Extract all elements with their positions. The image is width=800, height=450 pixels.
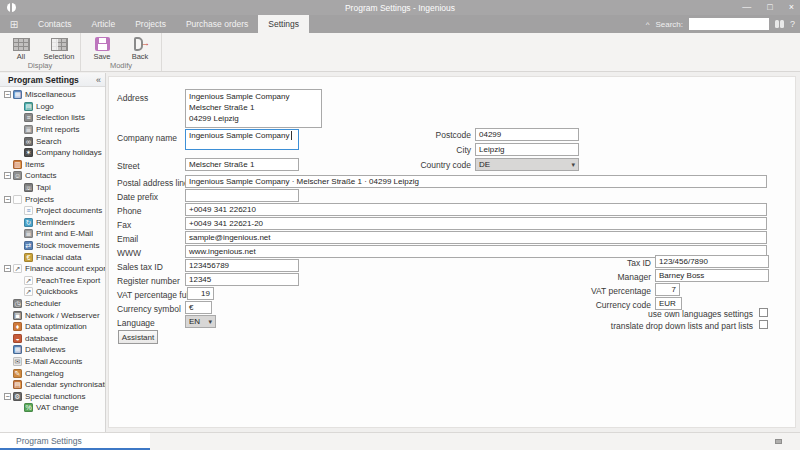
expander-icon[interactable]: − xyxy=(4,91,11,98)
expander-icon[interactable]: − xyxy=(4,265,11,272)
tree-item-changelog[interactable]: ✎Changelog xyxy=(0,367,105,379)
fax-label: Fax xyxy=(117,220,131,230)
binoculars-icon[interactable] xyxy=(775,20,784,28)
ribbon: All Selection Display Save → Back Modify xyxy=(0,33,800,72)
selection-button[interactable]: Selection xyxy=(43,35,75,61)
all-button[interactable]: All xyxy=(5,35,37,61)
stock-movements-icon: ⇄ xyxy=(24,241,33,250)
address-input[interactable]: Ingenious Sample Company Melscher Straße… xyxy=(185,89,322,128)
tree-item-tapi[interactable]: ☏Tapi xyxy=(0,182,105,194)
currency-symbol-input[interactable]: € xyxy=(185,301,212,314)
tree-item-calendar-synchronisation[interactable]: ▤Calendar synchronisation xyxy=(0,379,105,391)
tree-item-finance-account-export[interactable]: −↗Finance account export xyxy=(0,263,105,275)
selection-lists-icon: ≡ xyxy=(24,113,33,122)
tree-item-database[interactable]: ◒database xyxy=(0,332,105,344)
tree-item-peachtree-export[interactable]: ↗PeachTree Export xyxy=(0,275,105,287)
tree-item-label: VAT change xyxy=(36,403,79,412)
maximize-button[interactable]: □ xyxy=(767,0,772,15)
tab-purchase-orders[interactable]: Purchase orders xyxy=(176,15,258,33)
tree-item-projects[interactable]: −Projects xyxy=(0,193,105,205)
sales-tax-id-input[interactable]: 123456789 xyxy=(185,259,299,272)
clock-icon: ◷ xyxy=(13,299,22,308)
sidebar-collapse-icon[interactable]: « xyxy=(96,75,101,85)
currency-symbol-value: € xyxy=(189,303,193,312)
use-own-languages-checkbox[interactable] xyxy=(759,308,768,317)
country-code-select[interactable]: DE▾ xyxy=(475,158,579,171)
tree-item-label: Changelog xyxy=(25,369,64,378)
ribbon-group-label-modify: Modify xyxy=(86,61,156,72)
tree-item-finacial-data[interactable]: €Finacial data xyxy=(0,251,105,263)
statusbar-tab-program-settings[interactable]: Program Settings xyxy=(0,433,150,450)
postcode-input[interactable]: 04299 xyxy=(475,128,579,141)
binoculars-icon: ∞ xyxy=(24,137,33,146)
mail-icon: ✉ xyxy=(13,357,22,366)
postal-address-line-input[interactable]: Ingenious Sample Company · Melscher Stra… xyxy=(185,175,767,188)
tree-item-stock-movements[interactable]: ⇄Stock movements xyxy=(0,240,105,252)
tab-contacts[interactable]: Contacts xyxy=(28,15,82,33)
expander-icon[interactable]: − xyxy=(4,172,11,179)
www-value: www.ingenious.net xyxy=(189,247,256,256)
tree-item-detailviews[interactable]: ▦Detailviews xyxy=(0,344,105,356)
phone-input[interactable]: +0049 341 226210 xyxy=(185,203,767,216)
collapse-ribbon-icon[interactable]: ^ xyxy=(646,20,650,29)
tree-item-contacts[interactable]: −☺Contacts xyxy=(0,170,105,182)
postcode-label: Postcode xyxy=(409,130,471,140)
menu-tabs: ContactsArticleProjectsPurchase ordersSe… xyxy=(28,15,309,33)
tree-item-print-and-e-mail[interactable]: ≣Print and E-Mail xyxy=(0,228,105,240)
date-prefix-input[interactable] xyxy=(185,189,299,202)
manager-input[interactable]: Barney Boss xyxy=(655,269,769,282)
expander-icon[interactable]: − xyxy=(4,196,11,203)
tree-item-search[interactable]: ∞Search xyxy=(0,135,105,147)
fax-input[interactable]: +0049 341 22621-20 xyxy=(185,217,767,230)
tree-item-label: Detailviews xyxy=(25,345,65,354)
tree-item-items[interactable]: ▥Items xyxy=(0,159,105,171)
tree-item-label: Finacial data xyxy=(36,253,81,262)
tree-item-project-documents[interactable]: ≡Project documents xyxy=(0,205,105,217)
detailviews-icon: ▦ xyxy=(13,345,22,354)
chevron-down-icon: ▾ xyxy=(571,161,575,169)
country-code-value: DE xyxy=(479,160,490,169)
expander-icon[interactable]: − xyxy=(4,393,11,400)
tree-item-print-reports[interactable]: ≣Print reports xyxy=(0,124,105,136)
tree-item-reminders[interactable]: ↻Reminders xyxy=(0,217,105,229)
save-button[interactable]: Save xyxy=(86,35,118,61)
register-number-input[interactable]: 12345 xyxy=(185,273,299,286)
tree-item-miscellaneous[interactable]: −▦Miscellaneous xyxy=(0,89,105,101)
tab-article[interactable]: Article xyxy=(82,15,126,33)
tax-id-input[interactable]: 123/456/7890 xyxy=(655,255,769,268)
city-input[interactable]: Leipzig xyxy=(475,143,579,156)
close-button[interactable]: × xyxy=(789,0,794,15)
tree-item-company-holidays[interactable]: ✶Company holidays xyxy=(0,147,105,159)
tree-item-quickbooks[interactable]: ↗Quickbooks xyxy=(0,286,105,298)
tree-item-special-functions[interactable]: −⚙Special functions xyxy=(0,390,105,402)
help-icon[interactable]: ? xyxy=(790,19,795,29)
statusbar-grip-icon[interactable] xyxy=(775,439,782,444)
tree-item-logo[interactable]: ▤Logo xyxy=(0,101,105,113)
tree-item-data-optimization[interactable]: ♦Data optimization xyxy=(0,321,105,333)
company-name-input[interactable]: Ingenious Sample Company xyxy=(185,129,299,150)
tree-item-network-webserver[interactable]: ▣Network / Webserver xyxy=(0,309,105,321)
tab-settings[interactable]: Settings xyxy=(258,15,309,33)
minimize-button[interactable]: — xyxy=(742,0,751,15)
text-cursor xyxy=(291,131,292,140)
language-select[interactable]: EN▾ xyxy=(185,315,216,328)
tree-item-label: Scheduler xyxy=(25,299,61,308)
back-button[interactable]: → Back xyxy=(124,35,156,61)
tab-projects[interactable]: Projects xyxy=(125,15,176,33)
street-input[interactable]: Melscher Straße 1 xyxy=(185,158,299,171)
tree-item-scheduler[interactable]: ◷Scheduler xyxy=(0,298,105,310)
vat-percentage-input[interactable]: 7 xyxy=(655,283,680,296)
vat-percentage-full-input[interactable]: 19 xyxy=(187,287,214,300)
financial-data-icon: € xyxy=(24,253,33,262)
translate-lists-checkbox[interactable] xyxy=(759,320,768,329)
app-menu-icon[interactable]: ⊞ xyxy=(0,15,28,33)
tree-item-selection-lists[interactable]: ≡Selection lists xyxy=(0,112,105,124)
city-label: City xyxy=(409,145,471,155)
ribbon-group-modify: Save → Back Modify xyxy=(81,33,162,71)
tree-item-vat-change[interactable]: %VAT change xyxy=(0,402,105,414)
assistant-button[interactable]: Assistant xyxy=(118,330,158,344)
tree-item-e-mail-accounts[interactable]: ✉E-Mail Accounts xyxy=(0,356,105,368)
email-input[interactable]: sample@ingenious.net xyxy=(185,231,767,244)
search-input[interactable] xyxy=(689,18,769,30)
street-value: Melscher Straße 1 xyxy=(189,160,254,169)
